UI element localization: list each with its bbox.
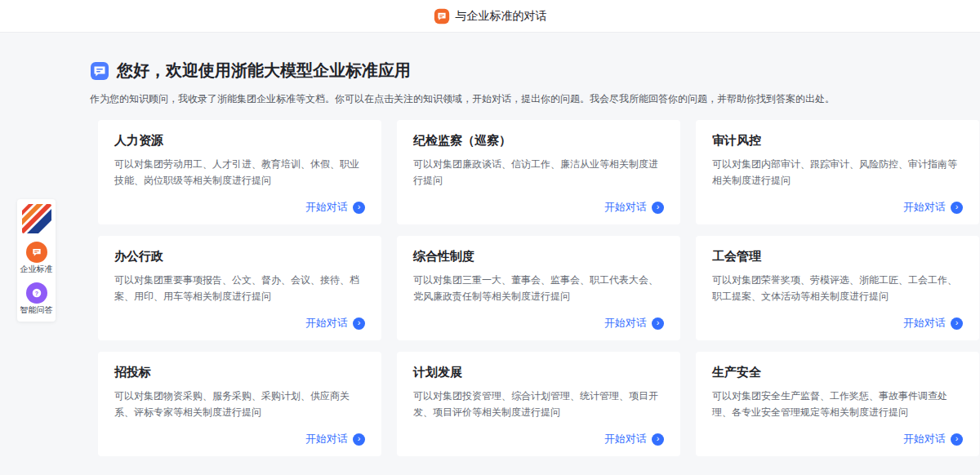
card-title: 综合性制度 <box>413 249 664 264</box>
card-description: 可以对集团廉政谈话、信访工作、廉洁从业等相关制度进行提问 <box>413 156 664 189</box>
start-chat-label: 开始对话 <box>903 316 946 331</box>
category-card-7: 计划发展可以对集团投资管理、综合计划管理、统计管理、项目开发、项目评价等相关制度… <box>397 352 680 456</box>
start-chat-label: 开始对话 <box>604 316 647 331</box>
top-header: 与企业标准的对话 <box>0 0 980 33</box>
start-chat-label: 开始对话 <box>903 200 946 215</box>
card-description: 可以对集团三重一大、董事会、监事会、职工代表大会、党风廉政责任制等相关制度进行提… <box>413 272 664 304</box>
welcome-section: 您好，欢迎使用浙能大模型企业标准应用 作为您的知识顾问，我收录了浙能集团企业标准… <box>0 33 980 106</box>
welcome-head: 您好，欢迎使用浙能大模型企业标准应用 <box>90 60 980 82</box>
chat-badge-icon <box>434 8 450 24</box>
sidebar-item-enterprise-standard[interactable]: 企业标准 <box>20 242 53 274</box>
start-chat-label: 开始对话 <box>604 200 647 215</box>
card-footer: 开始对话› <box>114 308 365 331</box>
sidebar-item-label: 智能问答 <box>20 305 53 315</box>
start-chat-link[interactable]: 开始对话› <box>305 316 365 331</box>
start-chat-label: 开始对话 <box>305 316 348 331</box>
category-cards-grid: 人力资源可以对集团劳动用工、人才引进、教育培训、休假、职业技能、岗位职级等相关制… <box>98 120 980 456</box>
sidebar-item-label: 企业标准 <box>20 264 53 274</box>
category-card-2: 审计风控可以对集团内部审计、跟踪审计、风险防控、审计指南等相关制度进行提问开始对… <box>696 120 979 224</box>
card-footer: 开始对话› <box>413 308 664 331</box>
arrow-right-icon: › <box>951 317 963 330</box>
app-logo[interactable] <box>22 204 51 233</box>
category-card-0: 人力资源可以对集团劳动用工、人才引进、教育培训、休假、职业技能、岗位职级等相关制… <box>98 120 381 224</box>
start-chat-link[interactable]: 开始对话› <box>305 200 365 215</box>
card-description: 可以对集团重要事项报告、公文、督办、会议、接待、档案、用印、用车等相关制度进行提… <box>114 272 365 304</box>
card-footer: 开始对话› <box>712 424 963 446</box>
arrow-right-icon: › <box>951 202 963 214</box>
start-chat-link[interactable]: 开始对话› <box>903 200 963 215</box>
start-chat-link[interactable]: 开始对话› <box>604 432 664 446</box>
category-card-4: 综合性制度可以对集团三重一大、董事会、监事会、职工代表大会、党风廉政责任制等相关… <box>397 236 680 340</box>
welcome-subtitle: 作为您的知识顾问，我收录了浙能集团企业标准等文档。你可以在点击关注的知识领域，开… <box>90 91 980 106</box>
category-card-1: 纪检监察（巡察）可以对集团廉政谈话、信访工作、廉洁从业等相关制度进行提问开始对话… <box>397 120 680 224</box>
card-description: 可以对集团劳动用工、人才引进、教育培训、休假、职业技能、岗位职级等相关制度进行提… <box>114 156 365 189</box>
card-title: 办公行政 <box>114 249 365 264</box>
start-chat-label: 开始对话 <box>305 432 348 446</box>
header-title-wrap: 与企业标准的对话 <box>434 8 547 24</box>
main-area: 您好，欢迎使用浙能大模型企业标准应用 作为您的知识顾问，我收录了浙能集团企业标准… <box>0 33 980 475</box>
category-card-8: 生产安全可以对集团安全生产监督、工作奖惩、事故事件调查处理、各专业安全管理规定等… <box>696 352 979 456</box>
start-chat-link[interactable]: 开始对话› <box>305 432 365 446</box>
start-chat-label: 开始对话 <box>305 200 348 215</box>
start-chat-link[interactable]: 开始对话› <box>604 316 664 331</box>
start-chat-link[interactable]: 开始对话› <box>604 200 664 215</box>
arrow-right-icon: › <box>652 317 664 330</box>
card-description: 可以对集团投资管理、综合计划管理、统计管理、项目开发、项目评价等相关制度进行提问 <box>413 388 664 420</box>
card-title: 人力资源 <box>114 133 365 149</box>
card-title: 生产安全 <box>712 365 963 380</box>
arrow-right-icon: › <box>353 202 365 214</box>
arrow-right-icon: › <box>353 317 365 330</box>
category-card-6: 招投标可以对集团物资采购、服务采购、采购计划、供应商关系、评标专家等相关制度进行… <box>98 352 381 456</box>
category-card-3: 办公行政可以对集团重要事项报告、公文、督办、会议、接待、档案、用印、用车等相关制… <box>98 236 381 340</box>
card-footer: 开始对话› <box>114 424 365 446</box>
card-footer: 开始对话› <box>114 192 365 215</box>
start-chat-label: 开始对话 <box>604 432 647 446</box>
welcome-title: 您好，欢迎使用浙能大模型企业标准应用 <box>117 60 411 82</box>
start-chat-link[interactable]: 开始对话› <box>903 316 963 331</box>
start-chat-label: 开始对话 <box>903 432 946 446</box>
arrow-right-icon: › <box>353 433 365 446</box>
standard-chat-icon <box>26 242 47 263</box>
svg-text:?: ? <box>34 291 38 296</box>
smart-qa-icon: ? <box>26 282 47 304</box>
card-title: 工会管理 <box>712 249 963 264</box>
card-description: 可以对集团荣誉奖项、劳模评选、浙能工匠、工会工作、职工提案、文体活动等相关制度进… <box>712 272 963 304</box>
card-description: 可以对集团内部审计、跟踪审计、风险防控、审计指南等相关制度进行提问 <box>712 156 963 189</box>
arrow-right-icon: › <box>652 202 664 214</box>
card-footer: 开始对话› <box>413 192 664 215</box>
card-title: 审计风控 <box>712 133 963 149</box>
category-card-5: 工会管理可以对集团荣誉奖项、劳模评选、浙能工匠、工会工作、职工提案、文体活动等相… <box>696 236 979 340</box>
card-footer: 开始对话› <box>712 192 963 215</box>
start-chat-link[interactable]: 开始对话› <box>903 432 963 446</box>
page-title: 与企业标准的对话 <box>456 9 547 24</box>
arrow-right-icon: › <box>652 433 664 446</box>
card-description: 可以对集团物资采购、服务采购、采购计划、供应商关系、评标专家等相关制度进行提问 <box>114 388 365 420</box>
card-title: 招投标 <box>114 365 365 380</box>
floating-sidebar: 企业标准 ? 智能问答 <box>17 199 56 322</box>
card-description: 可以对集团安全生产监督、工作奖惩、事故事件调查处理、各专业安全管理规定等相关制度… <box>712 388 963 420</box>
arrow-right-icon: › <box>951 433 963 446</box>
card-title: 计划发展 <box>413 365 664 380</box>
chat-bubble-icon <box>90 61 109 81</box>
card-footer: 开始对话› <box>712 308 963 331</box>
sidebar-item-smart-qa[interactable]: ? 智能问答 <box>20 282 53 315</box>
card-title: 纪检监察（巡察） <box>413 133 664 149</box>
card-footer: 开始对话› <box>413 424 664 446</box>
